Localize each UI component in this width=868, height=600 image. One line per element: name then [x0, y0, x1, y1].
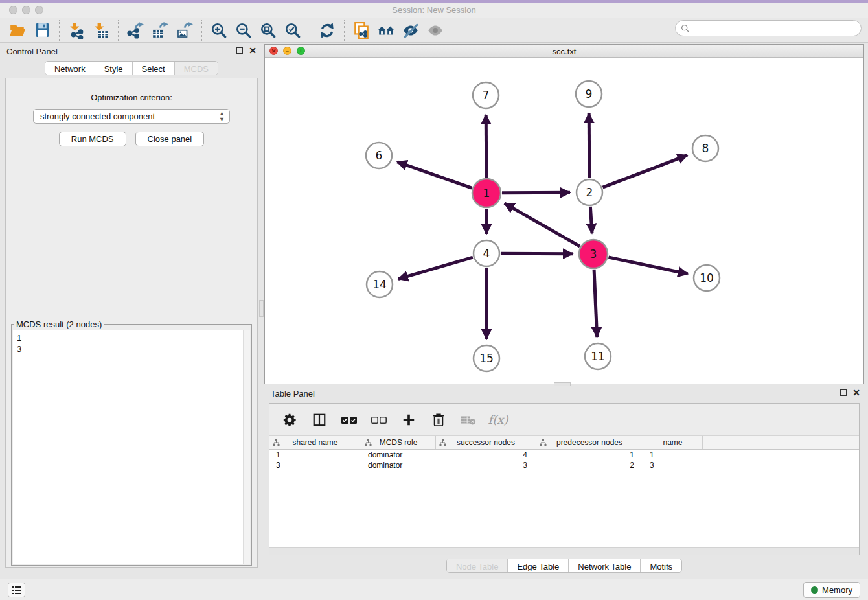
tab-motifs[interactable]: Motifs — [641, 559, 681, 572]
vertical-splitter-handle[interactable] — [259, 300, 264, 317]
graph-edge-2-8[interactable] — [603, 156, 687, 188]
refresh-icon[interactable] — [315, 19, 339, 41]
zoom-in-icon[interactable] — [207, 19, 231, 41]
select-all-icon[interactable] — [341, 411, 358, 428]
graph-node-label: 7 — [483, 89, 490, 102]
function-builder-icon: f(x) — [490, 411, 507, 428]
hierarchy-icon — [365, 439, 372, 446]
network-window-title: scc.txt — [265, 47, 863, 56]
delete-table-icon — [460, 411, 477, 428]
table-body: 1dominator4113dominator323 — [269, 450, 859, 547]
graph-edge-1-2[interactable] — [502, 192, 570, 193]
table-cell: 3 — [436, 460, 536, 470]
graph-edge-4-14[interactable] — [398, 257, 473, 279]
import-table-icon[interactable] — [89, 19, 113, 41]
float-panel-icon[interactable] — [236, 47, 243, 54]
column-header-successor-nodes[interactable]: successor nodes — [436, 436, 536, 449]
add-row-icon[interactable] — [400, 411, 417, 428]
export-network-icon[interactable] — [123, 19, 148, 41]
graph-edge-3-1[interactable] — [505, 203, 580, 246]
table-hscrollbar[interactable] — [269, 547, 859, 555]
settings-gear-icon[interactable] — [281, 411, 298, 428]
hierarchy-icon — [540, 439, 547, 446]
task-history-button[interactable] — [8, 583, 25, 597]
tab-edge-table[interactable]: Edge Table — [508, 559, 569, 572]
column-header-predecessor-nodes[interactable]: predecessor nodes — [536, 436, 643, 449]
table-cell: dominator — [361, 450, 436, 460]
tab-mcds[interactable]: MCDS — [175, 62, 218, 75]
mcds-result-title: MCDS result (2 nodes) — [14, 319, 104, 329]
optimization-criterion-label: Optimization criterion: — [6, 93, 257, 102]
network-view-window: ✕ − + scc.txt 7968124314101511 — [264, 44, 864, 384]
application-window: Session: New Session — [0, 0, 868, 600]
memory-button[interactable]: Memory — [803, 582, 860, 598]
import-network-icon[interactable] — [64, 19, 89, 41]
table-row[interactable]: 1dominator411 — [269, 450, 859, 460]
toolbar-separator — [344, 20, 345, 41]
search-field[interactable] — [675, 20, 862, 36]
toolbar-separator — [59, 20, 60, 41]
column-header-mcds-role[interactable]: MCDS role — [361, 436, 436, 449]
graph-node-label: 3 — [590, 248, 597, 260]
titlebar: Session: New Session — [0, 3, 868, 18]
search-input[interactable] — [693, 23, 861, 34]
tab-select[interactable]: Select — [133, 62, 175, 75]
duplicate-network-icon[interactable] — [349, 19, 374, 41]
hide-selected-icon[interactable] — [398, 19, 423, 41]
graph-edge-2-9[interactable] — [589, 113, 589, 178]
close-panel-icon[interactable]: ✕ — [249, 47, 257, 54]
save-session-icon[interactable] — [30, 19, 54, 41]
graph-node-label: 11 — [591, 350, 605, 363]
zoom-selected-icon[interactable] — [280, 19, 305, 41]
export-image-icon[interactable] — [172, 19, 197, 41]
close-panel-button[interactable]: Close panel — [135, 132, 205, 146]
table-cell: 4 — [436, 450, 536, 460]
zoom-out-icon[interactable] — [231, 19, 256, 41]
mcds-result-group: MCDS result (2 nodes) 13 — [11, 319, 252, 566]
table-close-panel-icon[interactable]: ✕ — [852, 389, 860, 396]
show-column-icon[interactable] — [311, 411, 328, 428]
criterion-dropdown[interactable]: strongly connected component ▲▼ — [33, 109, 230, 124]
show-all-icon — [423, 19, 448, 41]
run-mcds-button[interactable]: Run MCDS — [59, 132, 126, 146]
first-neighbors-icon[interactable] — [374, 19, 398, 41]
graph-edge-3-11[interactable] — [594, 270, 597, 337]
graph-edge-1-6[interactable] — [397, 162, 472, 188]
result-scrollbar[interactable] — [243, 330, 250, 564]
toolbar-separator — [310, 20, 310, 41]
column-header-filler — [703, 436, 859, 449]
graph-edge-2-3[interactable] — [590, 207, 592, 233]
column-header-name[interactable]: name — [643, 436, 703, 449]
criterion-value: strongly connected component — [40, 111, 155, 121]
tab-style[interactable]: Style — [95, 62, 133, 75]
open-session-icon[interactable] — [5, 19, 30, 41]
memory-label: Memory — [822, 585, 852, 595]
table-header: shared name MCDS role successor nodes pr… — [269, 436, 859, 450]
table-cell: dominator — [361, 460, 436, 470]
table-float-panel-icon[interactable] — [840, 389, 847, 396]
tab-node-table[interactable]: Node Table — [447, 559, 508, 572]
delete-row-icon[interactable] — [430, 411, 447, 428]
graph-node-label: 8 — [702, 142, 709, 155]
table-row[interactable]: 3dominator323 — [269, 460, 859, 470]
graph-node-label: 2 — [586, 186, 593, 199]
table-cell: 1 — [536, 450, 643, 460]
table-cell: 1 — [643, 450, 703, 460]
tab-network-table[interactable]: Network Table — [569, 559, 641, 572]
graph-node-label: 6 — [376, 149, 383, 162]
graph-edge-3-10[interactable] — [608, 257, 687, 274]
window-title: Session: New Session — [0, 5, 868, 15]
list-icon — [12, 586, 22, 595]
deselect-all-icon[interactable] — [371, 411, 387, 428]
graph-edge-4-3[interactable] — [501, 253, 573, 254]
tab-network[interactable]: Network — [45, 62, 95, 75]
zoom-fit-icon[interactable] — [256, 19, 280, 41]
mcds-result-text: 13 — [13, 330, 250, 354]
column-header-shared-name[interactable]: shared name — [269, 436, 361, 449]
graph-edge-1-7[interactable] — [486, 115, 486, 178]
export-table-icon[interactable] — [148, 19, 172, 41]
control-panel: Control Panel ✕ Network Style Select MCD… — [3, 44, 260, 577]
network-canvas[interactable]: 7968124314101511 — [265, 58, 863, 384]
graph-node-label: 15 — [479, 352, 494, 365]
network-window-titlebar[interactable]: ✕ − + scc.txt — [265, 45, 863, 58]
